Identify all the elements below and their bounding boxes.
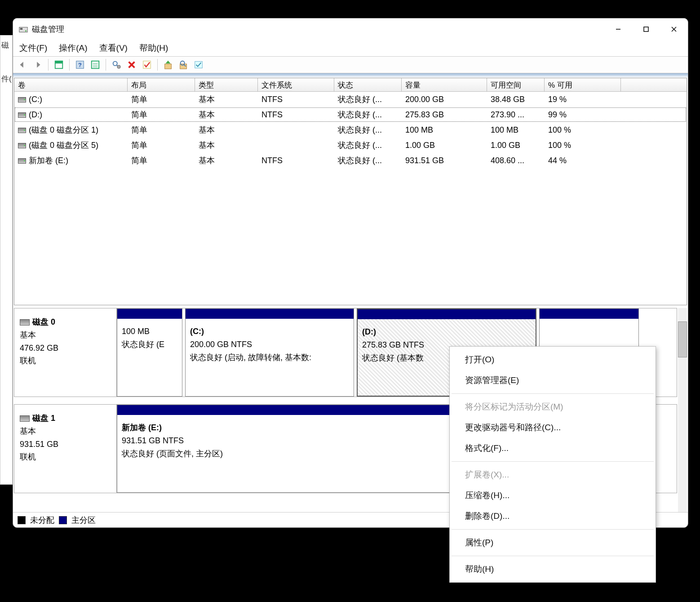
volume-row[interactable]: (磁盘 0 磁盘分区 1)简单基本状态良好 (...100 MB100 MB10… <box>14 122 687 138</box>
menu-action[interactable]: 操作(A) <box>59 42 87 54</box>
disk-info[interactable]: 磁盘 1基本931.51 GB联机 <box>14 405 117 493</box>
drive-icon <box>18 158 26 164</box>
content-gradient <box>13 73 688 78</box>
svg-rect-11 <box>92 61 99 69</box>
context-menu-item[interactable]: 更改驱动器号和路径(C)... <box>450 417 656 438</box>
volume-row[interactable]: (D:)简单基本NTFS状态良好 (...275.83 GB273.90 ...… <box>14 107 687 122</box>
col-free[interactable]: 可用空间 <box>487 78 545 91</box>
maximize-button[interactable] <box>632 18 660 40</box>
legend-swatch-primary <box>59 516 67 524</box>
context-menu-separator <box>452 461 654 462</box>
volume-row[interactable]: (磁盘 0 磁盘分区 5)简单基本状态良好 (...1.00 GB1.00 GB… <box>14 138 687 153</box>
menubar: 文件(F) 操作(A) 查看(V) 帮助(H) <box>13 40 688 56</box>
window-title: 磁盘管理 <box>32 24 64 35</box>
up-button[interactable] <box>161 58 175 71</box>
context-menu-item[interactable]: 属性(P) <box>450 532 656 553</box>
minimize-button[interactable] <box>604 18 632 40</box>
disk-icon <box>20 415 30 422</box>
list-button[interactable] <box>89 58 102 71</box>
menu-file[interactable]: 文件(F) <box>19 42 47 54</box>
context-menu-separator <box>452 529 654 530</box>
scrollbar[interactable] <box>678 308 687 512</box>
context-menu: 打开(O)资源管理器(E)将分区标记为活动分区(M)更改驱动器号和路径(C)..… <box>449 346 656 583</box>
col-volume[interactable]: 卷 <box>14 78 128 91</box>
svg-rect-1 <box>20 28 23 30</box>
svg-rect-21 <box>165 64 172 69</box>
titlebar[interactable]: 磁盘管理 <box>13 18 688 40</box>
app-icon <box>18 25 27 34</box>
context-menu-separator <box>452 556 654 556</box>
col-percent[interactable]: % 可用 <box>545 78 621 91</box>
col-capacity[interactable]: 容量 <box>402 78 487 91</box>
options-button[interactable] <box>192 58 205 71</box>
legend-unallocated: 未分配 <box>30 515 54 526</box>
svg-point-17 <box>117 65 120 68</box>
svg-point-15 <box>113 62 117 66</box>
disk-info[interactable]: 磁盘 0基本476.92 GB联机 <box>14 308 117 397</box>
svg-point-2 <box>25 30 27 31</box>
drive-icon <box>18 112 26 118</box>
drive-icon <box>18 128 26 133</box>
delete-button[interactable] <box>125 58 138 71</box>
settings-button[interactable] <box>110 58 123 71</box>
back-button[interactable] <box>16 58 29 71</box>
context-menu-item: 将分区标记为活动分区(M) <box>450 397 656 417</box>
context-menu-item[interactable]: 资源管理器(E) <box>450 370 656 391</box>
context-menu-item: 扩展卷(X)... <box>450 464 656 485</box>
context-menu-item[interactable]: 帮助(H) <box>450 559 656 580</box>
properties-button[interactable] <box>52 58 66 71</box>
legend-primary: 主分区 <box>71 515 96 526</box>
context-menu-item[interactable]: 格式化(F)... <box>450 438 656 459</box>
disk-icon <box>20 319 30 326</box>
col-status[interactable]: 状态 <box>334 78 402 91</box>
context-menu-item[interactable]: 打开(O) <box>450 349 656 370</box>
menu-view[interactable]: 查看(V) <box>99 42 128 54</box>
col-spacer <box>621 78 687 91</box>
search-button[interactable] <box>177 58 190 71</box>
background-window-fragment: 磁 件( <box>0 35 13 485</box>
toolbar: ? <box>13 56 688 73</box>
context-menu-item[interactable]: 压缩卷(H)... <box>450 485 656 506</box>
svg-rect-4 <box>644 27 648 31</box>
col-filesystem[interactable]: 文件系统 <box>258 78 334 91</box>
forward-button[interactable] <box>31 58 44 71</box>
close-button[interactable] <box>660 18 688 40</box>
volume-row[interactable]: (C:)简单基本NTFS状态良好 (...200.00 GB38.48 GB19… <box>14 92 687 107</box>
drive-icon <box>18 143 26 148</box>
svg-rect-8 <box>55 61 63 64</box>
context-menu-item[interactable]: 删除卷(D)... <box>450 506 656 526</box>
svg-rect-25 <box>195 62 203 68</box>
partition[interactable]: 100 MB状态良好 (E <box>117 308 182 397</box>
drive-icon <box>18 97 26 103</box>
menu-help[interactable]: 帮助(H) <box>139 42 168 54</box>
volume-list-header[interactable]: 卷 布局 类型 文件系统 状态 容量 可用空间 % 可用 <box>14 78 687 92</box>
partition[interactable]: (C:)200.00 GB NTFS状态良好 (启动, 故障转储, 基本数: <box>185 308 354 397</box>
help-button[interactable]: ? <box>73 58 87 71</box>
col-type[interactable]: 类型 <box>195 78 258 91</box>
volume-row[interactable]: 新加卷 (E:)简单基本NTFS状态良好 (...931.51 GB408.60… <box>14 153 687 168</box>
check-button[interactable] <box>140 58 154 71</box>
legend-swatch-unallocated <box>18 516 26 524</box>
svg-text:?: ? <box>78 62 82 68</box>
context-menu-separator <box>452 393 654 394</box>
col-layout[interactable]: 布局 <box>128 78 195 91</box>
volume-list[interactable]: 卷 布局 类型 文件系统 状态 容量 可用空间 % 可用 (C:)简单基本NTF… <box>14 78 687 305</box>
